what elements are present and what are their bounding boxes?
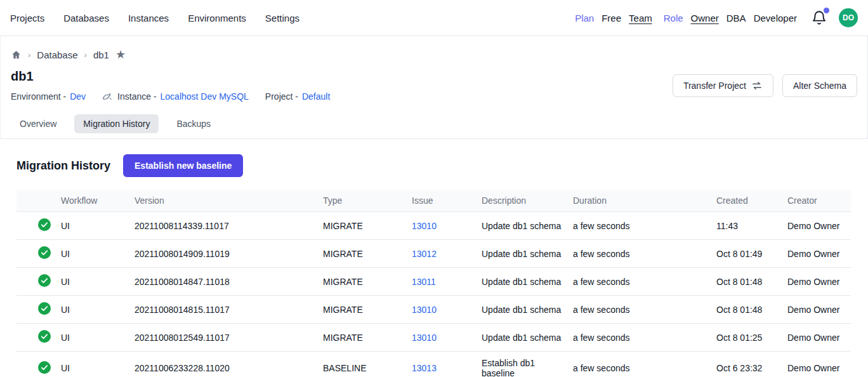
cell-duration: a few seconds (568, 240, 711, 268)
nav-item-settings[interactable]: Settings (265, 13, 299, 23)
alter-schema-button[interactable]: Alter Schema (782, 74, 857, 97)
migration-history-header: Migration History Establish new baseline (16, 154, 851, 177)
role-dba: DBA (727, 13, 746, 23)
cell-version: 20211008012549.11017 (129, 324, 318, 352)
project-link[interactable]: Default (302, 91, 330, 102)
page-header-band: › Database › db1 ★ db1 Environment - Dev… (0, 36, 868, 139)
header-actions: Transfer Project Alter Schema (673, 74, 857, 97)
establish-baseline-button[interactable]: Establish new baseline (123, 154, 243, 177)
cell-type: BASELINE (318, 352, 407, 377)
issue-link[interactable]: 13010 (412, 221, 437, 231)
cell-workflow: UI (56, 268, 129, 296)
home-icon[interactable] (11, 50, 22, 60)
issue-link[interactable]: 13010 (412, 305, 437, 315)
table-body: UI 20211008114339.11017 MIGRATE 13010 Up… (16, 212, 851, 377)
cell-creator: Demo Owner (782, 240, 851, 268)
database-meta-line: Environment - Dev Instance - Localhost D… (11, 91, 330, 102)
table-row[interactable]: UI 20211008114339.11017 MIGRATE 13010 Up… (16, 212, 851, 240)
cell-version: 20211008114339.11017 (129, 212, 318, 240)
table-row[interactable]: UI 20211008014815.11017 MIGRATE 13010 Up… (16, 296, 851, 324)
col-creator: Creator (782, 190, 851, 212)
mysql-engine-icon (102, 91, 114, 102)
nav-item-databases[interactable]: Databases (63, 13, 109, 23)
cell-type: MIGRATE (318, 324, 407, 352)
table-row[interactable]: UI 20211008014909.11019 MIGRATE 13012 Up… (16, 240, 851, 268)
issue-link[interactable]: 13013 (412, 363, 437, 373)
instance-link[interactable]: Localhost Dev MySQL (161, 91, 249, 102)
cell-created: Oct 8 01:25 (711, 324, 782, 352)
issue-link[interactable]: 13011 (412, 277, 436, 287)
breadcrumb: › Database › db1 ★ (11, 49, 857, 60)
cell-type: MIGRATE (318, 268, 407, 296)
database-tabs: Overview Migration History Backups (11, 114, 857, 138)
cell-type: MIGRATE (318, 296, 407, 324)
cell-version: 20211008014847.11018 (129, 268, 318, 296)
success-check-icon (38, 330, 51, 343)
notification-bell-icon[interactable] (811, 10, 827, 26)
breadcrumb-db1: db1 (93, 50, 109, 60)
plan-team-link[interactable]: Team (629, 13, 652, 23)
nav-links: Projects Databases Instances Environment… (10, 13, 299, 23)
issue-link[interactable]: 13012 (412, 249, 437, 259)
cell-version: 20211008014909.11019 (129, 240, 318, 268)
col-type: Type (318, 190, 407, 212)
project-label: Project - (265, 91, 298, 102)
cell-creator: Demo Owner (782, 268, 851, 296)
tab-backups[interactable]: Backups (168, 114, 220, 133)
nav-item-environments[interactable]: Environments (188, 13, 246, 23)
cell-description: Update db1 schema (477, 212, 568, 240)
col-issue: Issue (407, 190, 477, 212)
cell-created: Oct 6 23:32 (711, 352, 782, 377)
table-row[interactable]: UI 20211008014847.11018 MIGRATE 13011 Up… (16, 268, 851, 296)
col-description: Description (477, 190, 568, 212)
plan-current: Free (602, 13, 621, 23)
alter-schema-label: Alter Schema (793, 81, 846, 91)
cell-description: Update db1 schema (477, 240, 568, 268)
success-check-icon (38, 246, 51, 259)
transfer-arrows-icon (751, 81, 763, 91)
favorite-star-icon[interactable]: ★ (115, 49, 126, 60)
cell-workflow: UI (56, 296, 129, 324)
table-header: Workflow Version Type Issue Description … (16, 190, 851, 212)
cell-type: MIGRATE (318, 240, 407, 268)
cell-workflow: UI (56, 240, 129, 268)
user-avatar[interactable]: DO (839, 8, 858, 27)
cell-duration: a few seconds (568, 324, 711, 352)
cell-creator: Demo Owner (782, 212, 851, 240)
cell-description: Update db1 schema (477, 268, 568, 296)
cell-created: Oct 8 01:48 (711, 268, 782, 296)
success-check-icon (38, 302, 51, 315)
col-version: Version (129, 190, 318, 212)
table-row[interactable]: UI 20211006233228.11020 BASELINE 13013 E… (16, 352, 851, 377)
cell-creator: Demo Owner (782, 352, 851, 377)
nav-item-instances[interactable]: Instances (128, 13, 169, 23)
table-row[interactable]: UI 20211008012549.11017 MIGRATE 13010 Up… (16, 324, 851, 352)
cell-created: Oct 8 01:49 (711, 240, 782, 268)
section-title: Migration History (16, 159, 110, 173)
cell-version: 20211008014815.11017 (129, 296, 318, 324)
tab-migration-history[interactable]: Migration History (74, 114, 159, 133)
notification-dot (824, 8, 829, 13)
cell-duration: a few seconds (568, 296, 711, 324)
cell-description: Update db1 schema (477, 324, 568, 352)
col-created: Created (711, 190, 782, 212)
chevron-right-icon: › (28, 50, 30, 60)
cell-description: Update db1 schema (477, 296, 568, 324)
tab-overview[interactable]: Overview (11, 114, 65, 133)
cell-workflow: UI (56, 212, 129, 240)
nav-item-projects[interactable]: Projects (10, 13, 44, 23)
role-label: Role (664, 13, 683, 23)
top-navigation: Projects Databases Instances Environment… (0, 0, 868, 36)
role-owner[interactable]: Owner (691, 13, 719, 23)
environment-link[interactable]: Dev (70, 91, 86, 102)
transfer-project-button[interactable]: Transfer Project (673, 74, 773, 97)
cell-duration: a few seconds (568, 212, 711, 240)
breadcrumb-database[interactable]: Database (37, 50, 77, 60)
cell-creator: Demo Owner (782, 324, 851, 352)
transfer-project-label: Transfer Project (683, 81, 746, 91)
instance-label: Instance - (117, 91, 156, 102)
issue-link[interactable]: 13010 (412, 333, 437, 343)
cell-created: 11:43 (711, 212, 782, 240)
main-content: Migration History Establish new baseline… (0, 154, 868, 377)
header-row: db1 Environment - Dev Instance - Localho… (11, 69, 857, 102)
